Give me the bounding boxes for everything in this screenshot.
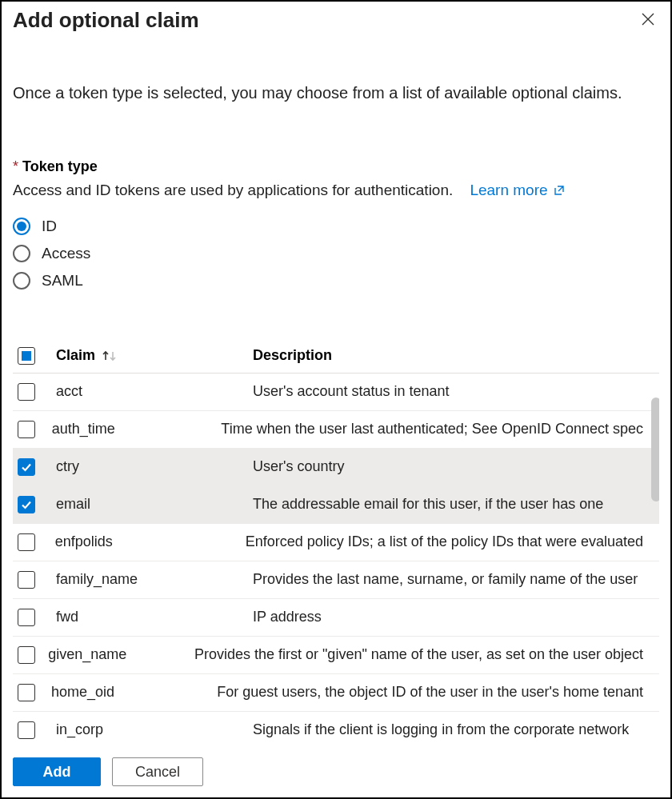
cell-claim: auth_time bbox=[52, 421, 115, 437]
radio-label: SAML bbox=[42, 272, 83, 290]
table-row[interactable]: acctUser's account status in tenant bbox=[13, 374, 659, 411]
intro-text: Once a token type is selected, you may c… bbox=[13, 33, 659, 104]
table-body[interactable]: acctUser's account status in tenantauth_… bbox=[13, 374, 659, 780]
cell-description: IP address bbox=[253, 609, 643, 625]
table-row[interactable]: home_oidFor guest users, the object ID o… bbox=[13, 674, 659, 712]
cell-description: For guest users, the object ID of the us… bbox=[217, 684, 643, 701]
table-row[interactable]: family_nameProvides the last name, surna… bbox=[13, 561, 659, 599]
row-checkbox[interactable] bbox=[18, 571, 35, 589]
cell-claim: fwd bbox=[56, 609, 78, 625]
token-type-helper: Access and ID tokens are used by applica… bbox=[13, 175, 659, 203]
token-type-helper-text: Access and ID tokens are used by applica… bbox=[13, 182, 453, 198]
cell-description: Signals if the client is logging in from… bbox=[253, 721, 643, 738]
radio-indicator bbox=[13, 245, 30, 262]
cell-description: User's account status in tenant bbox=[253, 383, 643, 400]
sort-icon[interactable] bbox=[102, 350, 119, 362]
row-checkbox[interactable] bbox=[18, 421, 35, 438]
cancel-button[interactable]: Cancel bbox=[112, 757, 203, 786]
cell-description: Enforced policy IDs; a list of the polic… bbox=[246, 533, 643, 550]
claims-table: Claim Description acctUser's account sta… bbox=[13, 342, 659, 780]
cell-claim: given_name bbox=[48, 646, 126, 663]
cell-description: Time when the user last authenticated; S… bbox=[221, 421, 643, 437]
radio-indicator bbox=[13, 272, 30, 290]
cell-description: User's country bbox=[253, 458, 643, 475]
column-header-claim[interactable]: Claim bbox=[56, 347, 95, 364]
row-checkbox[interactable] bbox=[18, 609, 35, 626]
close-icon[interactable] bbox=[637, 8, 659, 30]
select-all-checkbox[interactable] bbox=[18, 347, 35, 365]
token-type-radio-group: IDAccessSAML bbox=[13, 203, 659, 294]
add-button[interactable]: Add bbox=[13, 757, 101, 786]
radio-indicator bbox=[13, 218, 30, 235]
row-checkbox[interactable] bbox=[18, 458, 35, 476]
external-link-icon bbox=[553, 182, 566, 203]
cell-claim: ctry bbox=[56, 458, 79, 475]
cell-claim: email bbox=[56, 496, 90, 513]
table-row[interactable]: enfpolidsEnforced policy IDs; a list of … bbox=[13, 524, 659, 561]
row-checkbox[interactable] bbox=[18, 646, 35, 664]
required-indicator: * bbox=[13, 158, 18, 174]
table-header: Claim Description bbox=[13, 342, 659, 374]
table-row[interactable]: ctryUser's country bbox=[13, 449, 659, 486]
cell-description: Provides the first or "given" name of th… bbox=[194, 646, 643, 663]
footer: Add Cancel bbox=[2, 748, 670, 797]
table-row[interactable]: auth_timeTime when the user last authent… bbox=[13, 411, 659, 449]
cell-claim: family_name bbox=[56, 571, 138, 588]
table-row[interactable]: emailThe addressable email for this user… bbox=[13, 486, 659, 524]
token-type-label-row: * Token type bbox=[13, 104, 659, 175]
column-header-description[interactable]: Description bbox=[253, 347, 332, 363]
token-type-label: Token type bbox=[22, 158, 98, 174]
radio-option-access[interactable]: Access bbox=[13, 240, 659, 267]
cell-claim: home_oid bbox=[51, 684, 114, 701]
table-row[interactable]: fwdIP address bbox=[13, 599, 659, 637]
cell-claim: in_corp bbox=[56, 721, 103, 738]
cell-description: Provides the last name, surname, or fami… bbox=[253, 571, 643, 588]
radio-label: ID bbox=[42, 218, 57, 235]
radio-label: Access bbox=[42, 245, 90, 262]
learn-more-link[interactable]: Learn more bbox=[470, 182, 565, 198]
row-checkbox[interactable] bbox=[18, 721, 35, 739]
scrollbar-thumb[interactable] bbox=[651, 398, 659, 501]
table-row[interactable]: given_nameProvides the first or "given" … bbox=[13, 637, 659, 674]
row-checkbox[interactable] bbox=[18, 684, 35, 701]
cell-claim: acct bbox=[56, 383, 82, 400]
panel-title: Add optional claim bbox=[13, 8, 199, 33]
cell-claim: enfpolids bbox=[55, 533, 113, 550]
row-checkbox[interactable] bbox=[18, 496, 35, 513]
table-row[interactable]: in_corpSignals if the client is logging … bbox=[13, 712, 659, 749]
row-checkbox[interactable] bbox=[18, 383, 35, 401]
row-checkbox[interactable] bbox=[18, 533, 35, 551]
radio-option-saml[interactable]: SAML bbox=[13, 267, 659, 294]
radio-option-id[interactable]: ID bbox=[13, 213, 659, 240]
cell-description: The addressable email for this user, if … bbox=[253, 496, 643, 513]
